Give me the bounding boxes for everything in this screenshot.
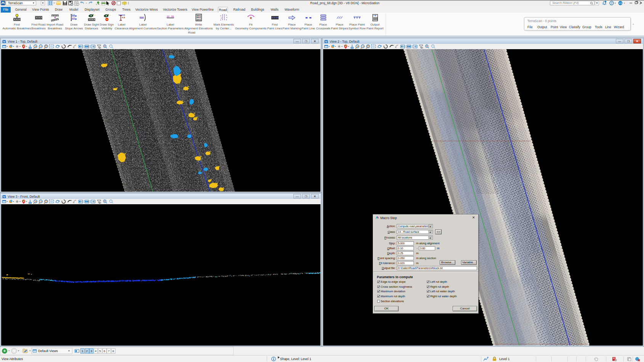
svg-text:18: 18 (171, 15, 174, 18)
svg-text:!: ! (71, 3, 72, 6)
svg-text:580: 580 (139, 16, 144, 19)
svg-text:3.0: 3.0 (72, 14, 75, 16)
svg-text:R: R (250, 17, 252, 19)
svg-text:2.5: 2.5 (72, 17, 75, 19)
svg-text:?: ? (611, 2, 613, 5)
svg-text:5XYZ: 5XYZ (197, 19, 202, 21)
svg-text:KS: KS (619, 2, 622, 5)
svg-text:12: 12 (167, 15, 170, 18)
svg-text:4.8: 4.8 (122, 16, 125, 19)
